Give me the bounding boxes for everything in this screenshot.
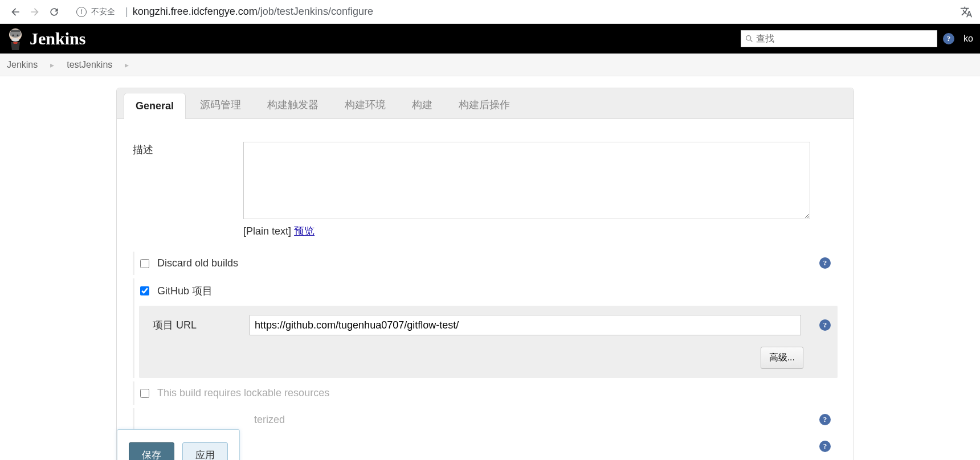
lockable-resources-label: This build requires lockable resources (157, 387, 329, 399)
chevron-right-icon: ▸ (125, 60, 129, 69)
discard-old-builds-checkbox[interactable] (140, 259, 149, 268)
svg-point-6 (746, 36, 751, 40)
info-icon: i (76, 7, 87, 17)
svg-rect-2 (11, 30, 20, 32)
project-url-input[interactable] (250, 315, 801, 335)
chevron-right-icon: ▸ (50, 60, 54, 69)
description-label: 描述 (133, 142, 243, 238)
jenkins-header: Jenkins ? ko (0, 24, 980, 54)
breadcrumb-item-job[interactable]: testJenkins (67, 60, 112, 70)
reload-button[interactable] (44, 2, 64, 22)
tab-general[interactable]: General (124, 93, 186, 119)
site-info[interactable]: i 不安全 (76, 7, 115, 17)
github-project-checkbox[interactable] (140, 286, 149, 295)
search-icon (745, 34, 754, 43)
help-icon[interactable]: ? (819, 257, 831, 269)
tab-build-env[interactable]: 构建环境 (333, 91, 398, 118)
discard-old-builds-label: Discard old builds (157, 257, 238, 269)
breadcrumb: Jenkins ▸ testJenkins ▸ (0, 54, 980, 76)
translate-icon[interactable] (958, 4, 974, 20)
preview-link[interactable]: 预览 (294, 225, 315, 237)
search-input[interactable] (756, 34, 933, 44)
user-name[interactable]: ko (963, 34, 973, 44)
back-button[interactable] (6, 2, 25, 22)
save-button[interactable]: 保存 (129, 442, 174, 460)
help-icon[interactable]: ? (819, 319, 831, 331)
url-text: kongzhi.free.idcfengye.com/job/testJenki… (133, 6, 373, 18)
forward-button[interactable] (25, 2, 44, 22)
tab-post-build[interactable]: 构建后操作 (447, 91, 522, 118)
logo-link[interactable]: Jenkins (0, 24, 85, 54)
svg-point-3 (13, 35, 14, 36)
breadcrumb-item-jenkins[interactable]: Jenkins (7, 60, 38, 70)
tab-row: General 源码管理 构建触发器 构建环境 构建 构建后操作 (117, 88, 854, 119)
svg-line-7 (750, 40, 752, 42)
help-icon[interactable]: ? (819, 441, 831, 452)
address-bar[interactable]: i 不安全 | kongzhi.free.idcfengye.com/job/t… (70, 3, 958, 20)
svg-point-4 (17, 35, 19, 36)
tab-scm[interactable]: 源码管理 (188, 91, 253, 118)
address-separator: | (125, 6, 128, 18)
search-box[interactable] (741, 30, 937, 47)
parameterized-label-fragment: terized (254, 414, 285, 426)
github-project-label: GitHub 项目 (157, 284, 213, 298)
plain-text-label: [Plain text] (243, 225, 291, 237)
config-panel: General 源码管理 构建触发器 构建环境 构建 构建后操作 描述 [Pla… (116, 88, 854, 460)
description-textarea[interactable] (243, 142, 810, 219)
insecure-label: 不安全 (91, 7, 115, 17)
tab-triggers[interactable]: 构建触发器 (255, 91, 330, 118)
project-url-label: 项目 URL (153, 318, 250, 332)
jenkins-title: Jenkins (30, 29, 85, 48)
help-icon[interactable]: ? (943, 33, 954, 44)
help-icon[interactable]: ? (819, 414, 831, 425)
floating-actions: 保存 应用 (117, 429, 240, 460)
apply-button[interactable]: 应用 (182, 442, 228, 460)
lockable-resources-checkbox[interactable] (140, 389, 149, 398)
tab-build[interactable]: 构建 (400, 91, 444, 118)
advanced-button[interactable]: 高级... (761, 347, 803, 369)
browser-toolbar: i 不安全 | kongzhi.free.idcfengye.com/job/t… (0, 0, 980, 24)
svg-point-5 (11, 38, 19, 42)
jenkins-butler-icon (0, 24, 31, 54)
